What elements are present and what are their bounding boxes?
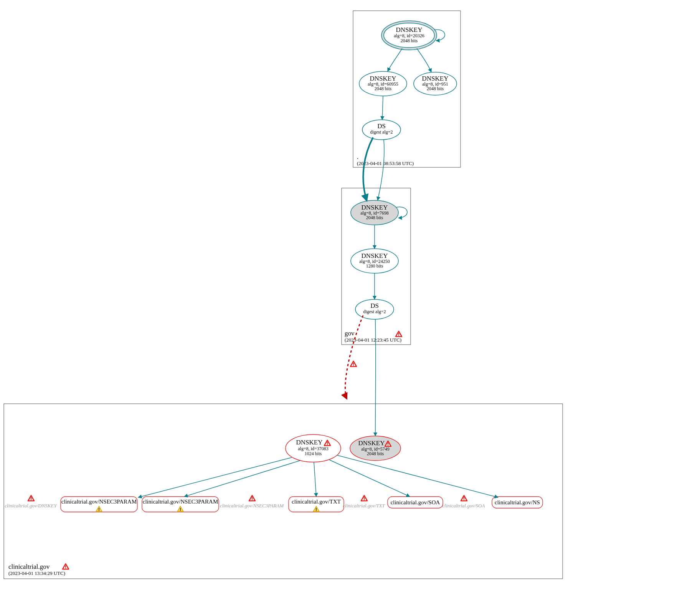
warn-icon <box>361 495 367 501</box>
gov-zsk-line3: 1280 bits <box>366 263 383 269</box>
root-ksk-title: DNSKEY <box>396 26 423 33</box>
zone-root-name: . <box>357 153 358 160</box>
zone-gov: gov (2023-04-01 12:23:45 UTC) DNSKEY alg… <box>342 188 411 345</box>
edge-zsk-txt <box>314 462 316 497</box>
root-ksk-line2: alg=8, id=20326 <box>394 33 424 38</box>
zone-leaf-ts: (2023-04-01 13:34:29 UTC) <box>8 570 65 576</box>
edge-root-ds-gov-ksk <box>378 140 384 200</box>
edge-zsk-nsec3p2 <box>184 461 300 497</box>
gov-ds-title: DS <box>370 302 379 309</box>
grey-dnskey: clinicaltrial.gov/DNSKEY <box>5 503 57 509</box>
edge-root-ds-gov-ksk-thick <box>363 137 373 201</box>
leaf-zsk-line2: alg=8, id=37083 <box>298 446 329 451</box>
ns-label: clinicaltrial.gov/NS <box>495 499 540 505</box>
warn-icon <box>350 361 357 367</box>
gov-ds-line2: digest alg=2 <box>363 309 386 314</box>
node-root-ksk[interactable]: DNSKEY alg=8, id=20326 2048 bits <box>381 21 437 50</box>
txt-label: clinicaltrial.gov/TXT <box>292 499 341 505</box>
grey-txt: clinicaltrial.gov/TXT <box>343 503 385 509</box>
leaf-zsk-line3: 1024 bits <box>305 451 322 456</box>
rrset-nsec3param-2[interactable]: clinicaltrial.gov/NSEC3PARAM <box>142 497 219 512</box>
node-leaf-zsk[interactable]: DNSKEY alg=8, id=37083 1024 bits <box>286 434 341 462</box>
warn-icon <box>63 564 69 569</box>
edge-root-zsk1-ds <box>382 96 383 120</box>
edge-zsk-ns <box>337 455 498 497</box>
leaf-zsk-title: DNSKEY <box>296 439 323 446</box>
rrset-nsec3param-1[interactable]: clinicaltrial.gov/NSEC3PARAM <box>61 497 137 512</box>
edge-gov-ds-leaf-ksk <box>375 319 376 436</box>
node-gov-ksk[interactable]: DNSKEY alg=8, id=7698 2048 bits <box>351 200 398 225</box>
warn-icon <box>28 495 34 501</box>
leaf-ksk-title: DNSKEY <box>358 439 385 447</box>
edge-root-ksk-zsk1 <box>388 48 402 71</box>
zone-leaf: clinicaltrial.gov (2023-04-01 13:34:29 U… <box>4 404 563 579</box>
edge-root-ksk-zsk2 <box>417 48 431 72</box>
rrset-ns[interactable]: clinicaltrial.gov/NS <box>492 497 543 508</box>
node-root-ds[interactable]: DS digest alg=2 <box>362 120 401 140</box>
root-ksk-line3: 2048 bits <box>401 38 418 43</box>
grey-nsec3param: clinicaltrial.gov/NSEC3PARAM <box>220 503 284 509</box>
edge-zsk-soa <box>329 460 410 497</box>
node-root-zsk2[interactable]: DNSKEY alg=8, id=951 2048 bits <box>414 72 457 95</box>
root-ds-line2: digest alg=2 <box>370 129 393 135</box>
warn-icon <box>396 331 402 337</box>
node-gov-ds[interactable]: DS digest alg=2 <box>355 299 394 319</box>
root-ds-title: DS <box>377 122 386 130</box>
zone-gov-name: gov <box>345 330 355 337</box>
grey-soa: clinicaltrial.gov/SOA <box>442 503 485 509</box>
root-zsk2-line3: 2048 bits <box>427 86 444 91</box>
leaf-ksk-line3: 2048 bits <box>367 451 384 456</box>
warn-icon <box>461 495 467 501</box>
edge-zsk-nsec3p1 <box>138 457 292 497</box>
soa-label: clinicaltrial.gov/SOA <box>391 499 440 505</box>
node-root-zsk1[interactable]: DNSKEY alg=8, id=60955 2048 bits <box>359 71 407 96</box>
node-gov-zsk[interactable]: DNSKEY alg=8, id=24250 1280 bits <box>351 249 398 273</box>
nsec3p1-label: clinicaltrial.gov/NSEC3PARAM <box>61 499 137 505</box>
root-zsk1-line3: 2048 bits <box>375 86 392 91</box>
edge-gov-ds-leaf-zsk-dashed <box>345 315 363 399</box>
svg-rect-14 <box>4 404 563 579</box>
gov-ksk-line3: 2048 bits <box>366 215 383 220</box>
rrset-txt[interactable]: clinicaltrial.gov/TXT <box>289 497 344 512</box>
nsec3p2-label: clinicaltrial.gov/NSEC3PARAM <box>143 499 218 505</box>
warn-icon <box>249 495 255 501</box>
node-leaf-ksk[interactable]: DNSKEY alg=8, id=5749 2048 bits <box>350 436 401 461</box>
zone-leaf-name: clinicaltrial.gov <box>8 563 50 570</box>
rrset-soa[interactable]: clinicaltrial.gov/SOA <box>388 497 443 508</box>
